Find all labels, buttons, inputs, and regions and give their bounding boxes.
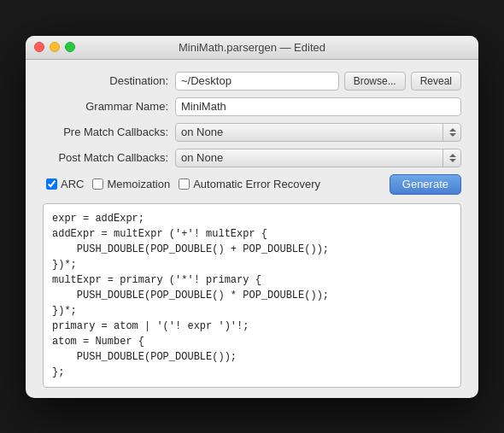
- post-match-row: Post Match Callbacks: on None: [43, 149, 461, 167]
- post-match-select[interactable]: on None: [175, 149, 461, 167]
- grammar-name-input[interactable]: [175, 97, 461, 116]
- reveal-button[interactable]: Reveal: [411, 72, 461, 91]
- memoization-checkbox[interactable]: [92, 178, 103, 190]
- arc-checkbox-item[interactable]: ARC: [46, 178, 84, 190]
- window-title: MiniMath.parsergen — Edited: [179, 41, 325, 54]
- main-window: MiniMath.parsergen — Edited Destination:…: [26, 36, 478, 398]
- post-match-select-wrapper: on None: [175, 149, 461, 167]
- arc-label: ARC: [61, 178, 84, 190]
- pre-match-select[interactable]: on None: [175, 123, 461, 142]
- titlebar: MiniMath.parsergen — Edited: [26, 36, 478, 60]
- close-button[interactable]: [34, 42, 44, 52]
- maximize-button[interactable]: [65, 42, 75, 52]
- pre-match-select-wrapper: on None: [175, 123, 461, 142]
- checkboxes-row: ARC Memoization Automatic Error Recovery…: [43, 174, 461, 195]
- pre-match-row: Pre Match Callbacks: on None: [43, 123, 461, 142]
- auto-error-checkbox[interactable]: [179, 178, 190, 190]
- pre-match-label: Pre Match Callbacks:: [43, 126, 175, 138]
- auto-error-checkbox-item[interactable]: Automatic Error Recovery: [179, 178, 320, 190]
- browse-button[interactable]: Browse...: [344, 72, 406, 91]
- destination-input[interactable]: [175, 72, 339, 91]
- destination-row: Destination: Browse... Reveal: [43, 72, 461, 91]
- grammar-name-label: Grammar Name:: [43, 100, 175, 113]
- code-output: expr = addExpr; addExpr = multExpr ('+'!…: [43, 203, 461, 388]
- destination-label: Destination:: [43, 74, 175, 87]
- arc-checkbox[interactable]: [46, 178, 57, 190]
- minimize-button[interactable]: [50, 42, 60, 52]
- memoization-label: Memoization: [107, 178, 170, 190]
- post-match-label: Post Match Callbacks:: [43, 151, 175, 164]
- generate-button[interactable]: Generate: [390, 174, 461, 195]
- auto-error-label: Automatic Error Recovery: [193, 178, 320, 190]
- traffic-lights: [34, 42, 75, 52]
- window-content: Destination: Browse... Reveal Grammar Na…: [26, 60, 478, 398]
- grammar-name-row: Grammar Name:: [43, 97, 461, 116]
- memoization-checkbox-item[interactable]: Memoization: [92, 178, 170, 190]
